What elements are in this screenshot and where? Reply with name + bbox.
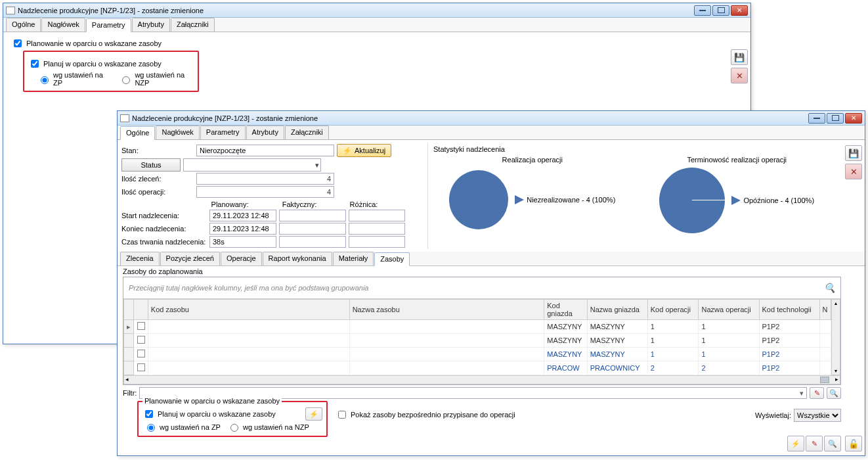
table-row[interactable]: MASZYNYMASZYNY11P1P2 [124,348,831,361]
groupbox-legend: Planowanie w oparciu o wskazane zasoby [26,39,162,47]
groupbox-planowanie-bottom: Planuj w oparciu o wskazane zasoby ⚡ wg … [137,401,328,437]
field-start-plan[interactable]: 29.11.2023 12:48 [209,210,276,221]
label-ilosc-zlecen: Ilość zleceń: [121,175,194,183]
field-czas-roz [349,236,405,248]
stats-header: Statystyki nadzlecenia [433,145,836,153]
tab-materiały[interactable]: Materiały [333,252,374,265]
close-button[interactable] [845,113,862,124]
row-checkbox[interactable] [137,350,145,357]
maximize-button[interactable] [827,113,844,124]
tab-row: OgólneNagłówekParametryAtrybutyZałącznik… [118,126,865,140]
bottom-toolbar: ⚡ ✎ 🔍 [787,436,841,451]
filter-search-button[interactable]: 🔍 [827,387,841,399]
chart-title-realizacja: Realizacja operacji [433,156,632,164]
tab-row: OgólneNagłówekParametryAtrybutyZałącznik… [3,18,750,32]
titlebar[interactable]: Nadzlecenie produkcyjne [NZP-1/23] - zos… [3,3,750,18]
aktualizuj-button[interactable]: ⚡Aktualizuj [337,144,391,157]
tool-edit-button[interactable]: ✎ [806,436,823,451]
minimize-button[interactable] [694,5,711,16]
legend-niezrealizowane: Niezrealizowane - 4 (100%) [527,196,615,204]
radio-label: wg ustawień na ZP [53,71,107,87]
label-stan: Stan: [121,147,194,154]
tool-lightning-button[interactable]: ⚡ [787,436,804,451]
field-start-roz [349,210,405,221]
col-head-roznica: Różnica: [336,200,392,208]
tab-ogólne[interactable]: Ogólne [6,18,41,32]
label-filtr: Filtr: [123,389,137,397]
table-row[interactable]: ▸MASZYNYMASZYNY11P1P2 [124,320,831,334]
tab-nagłówek[interactable]: Nagłówek [41,18,85,32]
tab-zasoby[interactable]: Zasoby [374,252,410,266]
col-header[interactable]: Kod operacji [647,300,699,320]
status-dropdown[interactable] [183,158,321,172]
scrollbar-horizontal[interactable]: ◂▸ [123,375,840,384]
save-button[interactable]: 💾 [731,49,748,65]
close-button[interactable] [731,5,748,16]
tab-nagłówek[interactable]: Nagłówek [156,126,199,139]
title-text: Nadzlecenie produkcyjne [NZP-1/23] - zos… [18,7,693,14]
col-header[interactable]: Kod gniazda [544,300,587,320]
legend-opoznione: Opóźnione - 4 (100%) [743,196,814,204]
tab-pozycje zleceń[interactable]: Pozycje zleceń [160,252,220,265]
tab-zlecenia[interactable]: Zlecenia [120,252,160,265]
radio-wg-nzp[interactable]: wg ustawień na NZP [119,71,194,87]
tab-operacje[interactable]: Operacje [221,252,262,265]
tab-załączniki[interactable]: Załączniki [171,18,215,32]
col-header[interactable]: Kod technologii [759,300,819,320]
radio-wg-zp-bottom[interactable]: wg ustawień na ZP [144,422,221,432]
col-header[interactable]: Nazwa zasobu [349,300,544,320]
radio-wg-zp[interactable]: wg ustawień na ZP [37,71,107,87]
tab-atrybuty[interactable]: Atrybuty [132,18,170,32]
pie-realizacja [449,170,508,229]
field-ilosc-zlecen: 4 [196,173,334,185]
checkbox-pokaz-zasoby[interactable]: Pokaż zasoby bezpośrednio przypisane do … [336,409,515,421]
checkbox-plan-wskazane-outer[interactable]: Planowanie w oparciu o wskazane zasoby [11,37,720,49]
checkbox-planuj[interactable]: Planuj w oparciu o wskazane zasoby [28,58,194,70]
tool-search-button[interactable]: 🔍 [824,436,841,451]
col-header[interactable]: Kod zasobu [148,300,349,320]
field-ilosc-operacji: 4 [196,186,334,198]
subheader: Zasoby do zaplanowania [118,266,865,277]
action-lightning-button[interactable]: ⚡ [305,407,322,421]
tab-raport wykonania[interactable]: Raport wykonania [263,252,332,265]
status-button[interactable]: Status [121,158,181,172]
minimize-button[interactable] [808,113,825,124]
lightning-icon: ⚡ [343,147,352,155]
row-checkbox[interactable] [137,363,145,371]
row-checkbox[interactable] [137,322,145,330]
dropdown-wyswietlaj[interactable]: Wszystkie [794,409,841,422]
radio-label: wg ustawień na NZP [243,423,309,431]
col-head-faktyczny: Faktyczny: [266,200,333,208]
titlebar[interactable]: Nadzlecenie produkcyjne [NZP-1/23] - zos… [118,111,865,126]
col-header[interactable]: Nazwa operacji [699,300,759,320]
label-koniec: Koniec nadzlecenia: [121,225,207,233]
tab-atrybuty[interactable]: Atrybuty [246,126,284,139]
row-checkbox[interactable] [137,336,145,344]
lock-button[interactable]: 🔓 [845,436,862,451]
checkbox-planuj-bottom[interactable]: Planuj w oparciu o wskazane zasoby [142,408,303,420]
scrollbar-vertical[interactable]: ▴▾ [831,299,840,375]
table-row[interactable]: MASZYNYMASZYNY11P1P2 [124,334,831,348]
delete-button[interactable]: ✕ [731,68,748,83]
tab-załączniki[interactable]: Załączniki [285,126,329,139]
table-row[interactable]: PRACOWPRACOWNICY22P1P2 [124,361,831,375]
col-header[interactable]: Nazwa gniazda [587,300,647,320]
save-button[interactable]: 💾 [845,145,862,161]
search-icon[interactable]: 🔍 [824,283,835,293]
tab-parametry[interactable]: Parametry [86,18,131,32]
app-icon [120,114,129,122]
checkbox-label: Pokaż zasoby bezpośrednio przypisane do … [351,411,515,419]
groupbox-planowanie: Planuj w oparciu o wskazane zasoby wg us… [23,51,199,92]
field-stan: Nierozpoczęte [196,145,334,156]
field-koniec-plan[interactable]: 29.11.2023 12:48 [209,223,276,235]
filter-edit-button[interactable]: ✎ [810,387,824,399]
radio-wg-nzp-bottom[interactable]: wg ustawień na NZP [227,422,309,432]
maximize-button[interactable] [712,5,729,16]
app-icon [6,7,15,14]
field-czas-fakt [279,236,346,248]
group-hint: Przeciągnij tutaj nagłówek kolumny, jeśl… [129,284,368,292]
tab-ogólne[interactable]: Ogólne [120,126,155,140]
col-header[interactable]: N [819,300,831,320]
delete-button[interactable]: ✕ [845,164,862,179]
tab-parametry[interactable]: Parametry [200,126,246,139]
